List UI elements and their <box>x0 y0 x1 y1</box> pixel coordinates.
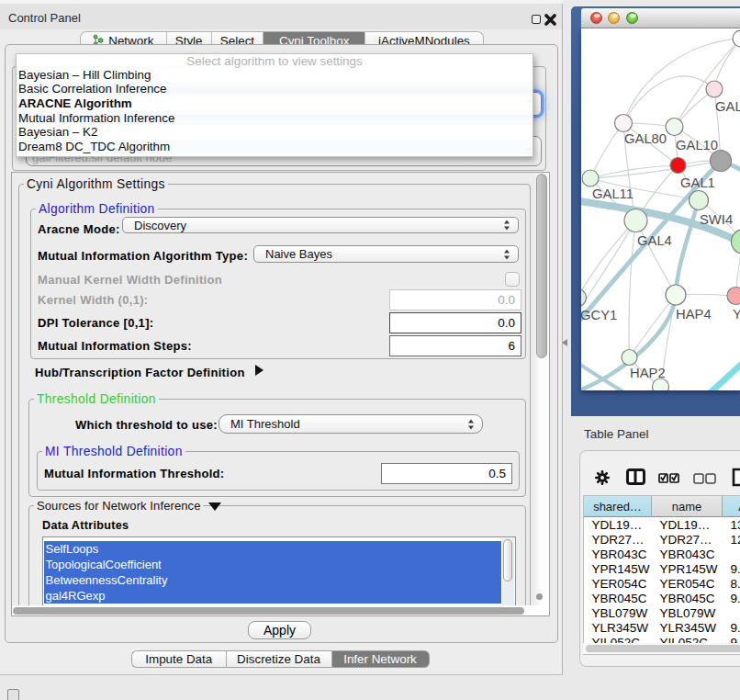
table-cell: YLR345W <box>652 621 723 636</box>
aracne-mode-label: Aracne Mode: <box>38 222 120 236</box>
table-row[interactable]: YBR045CYBR045C9. <box>584 592 740 606</box>
table-row[interactable]: YLR345WYLR345W9. <box>584 621 740 636</box>
mi-type-combobox[interactable]: Naive Bayes <box>253 245 519 263</box>
collapse-arrow-icon[interactable] <box>208 502 221 511</box>
graph-node-HAP4[interactable] <box>666 285 686 305</box>
graph-edge <box>590 165 678 178</box>
graph-label-GAL10: GAL10 <box>676 138 718 152</box>
which-threshold-combobox[interactable]: MI Threshold <box>219 414 483 434</box>
graph-node-GAL7[interactable] <box>706 81 723 97</box>
kernel-width-field[interactable]: 0.0 <box>389 289 521 310</box>
bottom-tab-infer-network[interactable]: Infer Network <box>331 650 430 668</box>
viewport-vertical-scrollbar[interactable] <box>534 173 549 605</box>
graph-node-HAP2[interactable] <box>622 350 637 366</box>
graph-node-big-green[interactable] <box>732 230 740 254</box>
control-panel-titlebar[interactable]: Control Panel <box>0 4 562 29</box>
mi-steps-label: Mutual Information Steps: <box>38 339 192 353</box>
table-cell: YBR043C <box>584 547 652 561</box>
graph-label-Y: Y <box>733 307 740 322</box>
close-traffic-light-icon[interactable] <box>590 12 602 24</box>
attribute-item-gal4rgexp[interactable]: gal4RGexp <box>44 588 501 604</box>
aracne-mode-combobox[interactable]: Discovery <box>122 217 519 233</box>
popup-item-aracne-algorithm[interactable]: ARACNE Algorithm <box>17 96 533 111</box>
table-cell: YLR345W <box>584 621 652 636</box>
attribute-item-betweennesscentrality[interactable]: BetweennessCentrality <box>44 572 501 588</box>
columns-icon[interactable] <box>626 469 645 485</box>
column-header-name[interactable]: name <box>652 496 723 517</box>
scrollbar-thumb[interactable] <box>586 645 740 652</box>
graph-node-GCY1[interactable] <box>581 289 587 307</box>
graph-node-red-node[interactable] <box>670 158 686 174</box>
network-canvas[interactable]: GAL7GAL80GAL10GAL1GAL11SWI4GAL4GCY1HAP4Y… <box>581 28 740 390</box>
graph-label-HAP2: HAP2 <box>630 366 666 380</box>
table-row[interactable]: YPR145WYPR145W9. <box>584 561 740 576</box>
graph-edge <box>630 295 677 357</box>
table-row[interactable]: YBR043CYBR043C <box>584 547 740 561</box>
popup-item-bayesian-hill-climbing[interactable]: Bayesian – Hill Climbing <box>17 68 533 83</box>
control-panel-window: Control Panel NetworkStyleSelectCyni Too… <box>0 0 563 675</box>
table-cell: YPR145W <box>584 561 652 576</box>
scrollbar-thumb[interactable] <box>503 539 512 581</box>
table-cell: YBL079W <box>652 606 723 621</box>
table-row[interactable]: YDL19…YDL19…13 <box>584 517 740 532</box>
table-horizontal-scrollbar[interactable] <box>583 643 740 654</box>
popup-item-dream8-dc-tdc-algorithm[interactable]: Dream8 DC_TDC Algorithm <box>17 140 533 154</box>
bottom-tab-discretize-data[interactable]: Discretize Data <box>226 650 331 668</box>
data-attributes-list[interactable]: SelfLoopsTopologicalCoefficientBetweenne… <box>42 536 516 605</box>
bottom-tabs: Impute DataDiscretize DataInfer Network <box>131 650 430 668</box>
graph-edge-cyan <box>699 355 740 390</box>
table-row[interactable]: YBL079WYBL079W <box>584 606 740 621</box>
scrollbar-thumb[interactable] <box>13 607 524 615</box>
mi-steps-field[interactable]: 6 <box>389 335 521 356</box>
mi-type-label: Mutual Information Algorithm Type: <box>38 249 248 263</box>
graph-node-salmon-node[interactable] <box>727 288 740 305</box>
graph-node-gray-node[interactable] <box>711 151 732 172</box>
network-window-titlebar[interactable] <box>581 8 740 28</box>
dpi-field[interactable]: 0.0 <box>389 312 521 333</box>
maximize-icon[interactable] <box>532 15 541 24</box>
popup-hint-item[interactable]: Select algorithm to view settings <box>17 56 533 68</box>
gear-icon[interactable] <box>595 470 610 489</box>
graph-node-GAL80[interactable] <box>615 115 633 132</box>
table-cell: YDL19… <box>584 517 652 532</box>
table-cell <box>723 606 740 621</box>
popup-item-bayesian-k2[interactable]: Bayesian – K2 <box>17 125 533 140</box>
expand-arrow-icon[interactable] <box>255 365 263 376</box>
minimize-traffic-light-icon[interactable] <box>608 12 620 24</box>
graph-node-top-right[interactable] <box>733 30 740 47</box>
graph-node-GAL11[interactable] <box>582 170 599 186</box>
zoom-traffic-light-icon[interactable] <box>626 12 638 24</box>
attribute-item-topologicalcoefficient[interactable]: TopologicalCoefficient <box>44 557 501 572</box>
close-icon[interactable] <box>544 14 556 26</box>
column-header-shared-[interactable]: shared… <box>584 496 652 517</box>
graph-node-GAL10[interactable] <box>666 119 683 136</box>
mi-threshold-field[interactable]: 0.5 <box>381 463 512 484</box>
graph-label-GAL11: GAL11 <box>592 186 633 201</box>
graph-node-GAL4[interactable] <box>624 209 647 232</box>
viewport-horizontal-scrollbar[interactable] <box>12 605 549 615</box>
bottom-tab-impute-data[interactable]: Impute Data <box>131 650 226 668</box>
list-vertical-scrollbar[interactable] <box>502 538 514 605</box>
split-pane-collapse-icon[interactable] <box>562 339 567 346</box>
column-header-a[interactable]: A <box>723 496 740 517</box>
table-row[interactable]: YER054CYER054C8. <box>584 576 740 591</box>
threshold-definition-title: Threshold Definition <box>34 392 159 406</box>
attribute-item-selfloops[interactable]: SelfLoops <box>44 541 501 557</box>
graph-edge <box>590 123 623 178</box>
select-all-columns-icon[interactable] <box>658 470 680 487</box>
minimized-window-icon[interactable] <box>7 689 19 700</box>
mi-type-value: Naive Bayes <box>254 247 332 261</box>
scrollbar-thumb[interactable] <box>536 174 547 358</box>
popup-item-basic-correlation-inference[interactable]: Basic Correlation Inference <box>17 82 533 96</box>
deselect-all-columns-icon[interactable] <box>693 471 716 488</box>
manual-kernel-checkbox[interactable] <box>505 272 520 287</box>
table-row[interactable]: YDR27…YDR27…12 <box>584 532 740 547</box>
document-icon[interactable] <box>732 468 740 491</box>
table-cell: YDL19… <box>652 517 723 532</box>
aracne-mode-value: Discovery <box>123 219 186 232</box>
apply-button[interactable]: Apply <box>248 621 311 639</box>
spinner-arrows-icon <box>504 220 510 231</box>
table-cell: YER054C <box>652 576 723 591</box>
popup-item-mutual-information-inference[interactable]: Mutual Information Inference <box>17 111 533 126</box>
graph-node-SWI4[interactable] <box>690 191 709 210</box>
